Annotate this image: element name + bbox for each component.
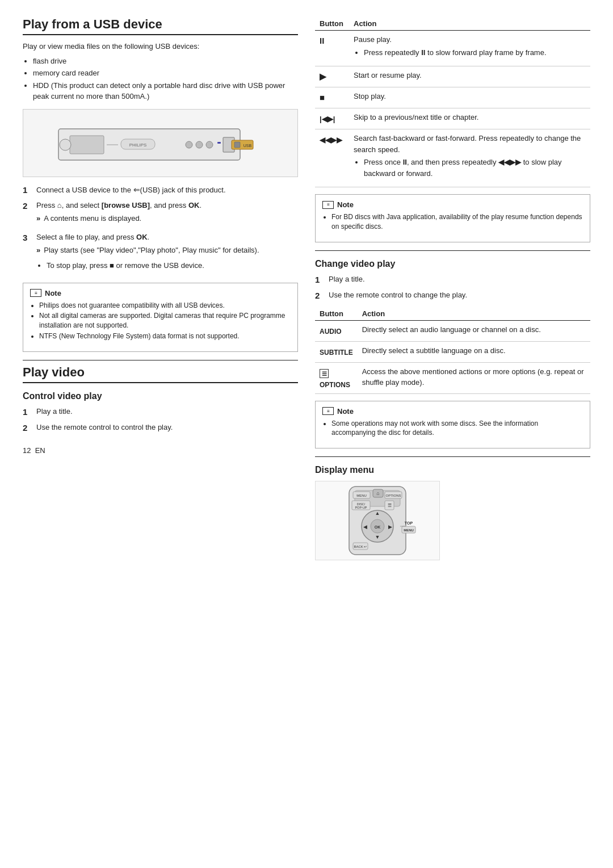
step-2: 2 Use the remote control to control the … — [23, 422, 298, 435]
note-box-3: ≡ Note Some operations may not work with… — [315, 401, 590, 449]
col-button: Button — [315, 307, 358, 321]
col-button: Button — [315, 17, 349, 31]
section1-steps: 1 Connect a USB device to the ⇐(USB) jac… — [23, 184, 298, 276]
step-text: Press ⌂, and select [browse USB], and pr… — [36, 201, 201, 209]
device-item: HDD (This product can detect only a port… — [33, 80, 298, 102]
note-item: Not all digital cameras are supported. D… — [39, 311, 291, 330]
control-table-1: Button Action II Pause play. Press repea… — [315, 17, 590, 187]
button-symbol: ☰ OPTIONS — [315, 362, 358, 393]
note-item: Some operations may not work with some d… — [331, 419, 583, 438]
step-content: Play a title. — [36, 406, 298, 419]
svg-text:BACK ↩: BACK ↩ — [354, 545, 367, 548]
step-1: 1 Play a title. — [315, 274, 590, 287]
step-substeps: A contents menu is displayed. — [36, 213, 298, 224]
svg-text:▶: ▶ — [388, 524, 392, 530]
note-item: For BD discs with Java application, avai… — [331, 212, 583, 232]
svg-text:PHILIPS: PHILIPS — [129, 142, 146, 148]
col-action: Action — [358, 307, 590, 321]
left-column: Play from a USB device Play or view medi… — [23, 17, 298, 560]
note-box-2: ≡ Note For BD discs with Java applicatio… — [315, 194, 590, 242]
button-symbol: |◀▶| — [315, 108, 349, 129]
bullet: Press once II, and then press repeatedly… — [364, 157, 586, 179]
note-icon: ≡ — [322, 201, 334, 209]
step-text: Select a file to play, and press OK. — [36, 233, 149, 241]
note-item: NTFS (New Technology File System) data f… — [39, 332, 291, 341]
table-row: ■ Stop play. — [315, 87, 590, 108]
section2-title: Play video — [23, 365, 298, 383]
device-item: flash drive — [33, 56, 298, 67]
svg-text:OPTIONS: OPTIONS — [385, 494, 401, 497]
section-divider-2 — [315, 250, 590, 251]
action-text: Directly select a subtitle language on a… — [358, 341, 590, 362]
options-label: OPTIONS — [320, 380, 353, 390]
step-number: 3 — [23, 232, 32, 276]
page-number: 12 EN — [23, 446, 298, 455]
control-table-2: Button Action AUDIO Directly select an a… — [315, 307, 590, 394]
button-symbol: ▶ — [315, 66, 349, 87]
device-list: flash drive memory card reader HDD (This… — [33, 56, 298, 102]
step-2: 2 Press ⌂, and select [browse USB], and … — [23, 200, 298, 228]
section-divider-3 — [315, 456, 590, 457]
step-content: Connect a USB device to the ⇐(USB) jack … — [36, 184, 298, 197]
step-1: 1 Play a title. — [23, 406, 298, 419]
note-icon: ≡ — [322, 407, 334, 415]
step-substeps: Play starts (see "Play video","Play phot… — [36, 245, 298, 256]
svg-text:MENU: MENU — [404, 529, 414, 532]
note-list: Some operations may not work with some d… — [331, 419, 583, 438]
device-item: memory card reader — [33, 68, 298, 79]
svg-text:⌂: ⌂ — [376, 490, 379, 496]
svg-text:OK: OK — [375, 525, 381, 529]
control-video-title: Control video play — [23, 391, 298, 401]
step-bullets: To stop play, press ■ or remove the USB … — [47, 260, 298, 271]
table-row: |◀▶| Skip to a previous/next title or ch… — [315, 108, 590, 129]
section1-intro: Play or view media files on the followin… — [23, 41, 298, 52]
step-text: Play a title. — [329, 275, 365, 283]
action-text: Stop play. — [349, 87, 590, 108]
table-row: II Pause play. Press repeatedly II to sl… — [315, 31, 590, 66]
table-row: SUBTITLE Directly select a subtitle lang… — [315, 341, 590, 362]
step-number: 2 — [23, 200, 32, 228]
step-content: Use the remote control to control the pl… — [36, 422, 298, 435]
button-symbol: II — [315, 31, 349, 66]
options-icon: ☰ — [320, 369, 329, 378]
svg-text:▼: ▼ — [375, 534, 380, 540]
note-label: Note — [45, 289, 61, 297]
step-text: Use the remote control to change the pla… — [329, 291, 467, 299]
section-divider — [23, 360, 298, 360]
note-icon: ≡ — [30, 289, 41, 297]
svg-rect-1 — [70, 136, 104, 154]
note-header: ≡ Note — [322, 407, 583, 416]
svg-point-7 — [206, 141, 213, 148]
svg-text:▲: ▲ — [375, 510, 380, 516]
step-content: Play a title. — [329, 274, 590, 287]
step-3: 3 Select a file to play, and press OK. P… — [23, 232, 298, 276]
right-column: Button Action II Pause play. Press repea… — [315, 17, 590, 560]
step-number: 2 — [315, 290, 324, 303]
action-text: Start or resume play. — [349, 66, 590, 87]
page-layout: Play from a USB device Play or view medi… — [23, 17, 590, 560]
table-row: ▶ Start or resume play. — [315, 66, 590, 87]
svg-rect-10 — [234, 142, 240, 148]
change-video-steps: 1 Play a title. 2 Use the remote control… — [315, 274, 590, 303]
svg-text:◀: ◀ — [363, 524, 367, 530]
substep-play: Play starts (see "Play video","Play phot… — [36, 245, 298, 256]
note-box-1: ≡ Note Philips does not guarantee compat… — [23, 283, 298, 352]
section2-steps: 1 Play a title. 2 Use the remote control… — [23, 406, 298, 435]
button-symbol: SUBTITLE — [315, 341, 358, 362]
bullet: Press repeatedly II to slow forward play… — [364, 47, 586, 58]
action-text: Search fast-backward or fast-forward. Pr… — [349, 129, 590, 187]
action-text: Pause play. Press repeatedly II to slow … — [349, 31, 590, 66]
step-content: Select a file to play, and press OK. Pla… — [36, 232, 298, 276]
step-text: Use the remote control to control the pl… — [36, 423, 173, 431]
step-number: 1 — [23, 184, 32, 197]
note-label: Note — [337, 200, 354, 209]
action-text: Skip to a previous/next title or chapter… — [349, 108, 590, 129]
change-video-title: Change video play — [315, 259, 590, 269]
device-diagram: PHILIPS USB — [53, 112, 268, 174]
step-2: 2 Use the remote control to change the p… — [315, 290, 590, 303]
substep: A contents menu is displayed. — [36, 213, 298, 224]
svg-text:MENU: MENU — [356, 494, 367, 497]
button-symbol: ◀◀▶▶ — [315, 129, 349, 187]
device-image: PHILIPS USB — [23, 109, 298, 177]
action-bullets: Press repeatedly II to slow forward play… — [364, 47, 586, 58]
